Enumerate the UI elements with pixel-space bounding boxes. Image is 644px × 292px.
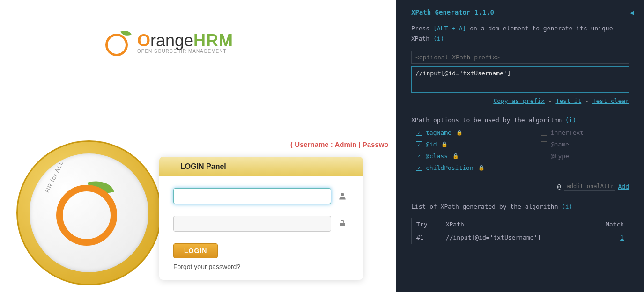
instruction-text: Press [ALT + A] on a dom element to gene… [396,21,644,51]
option-innerText[interactable]: innerText [541,129,584,136]
xpath-prefix-input[interactable] [411,51,629,64]
checkbox-icon[interactable] [416,153,422,159]
xpath-generator-panel: XPath Generator 1.1.0 ◀ Press [ALT + A] … [396,0,644,292]
login-panel-title: LOGIN Panel [159,157,363,176]
lock-icon[interactable]: 🔒 [441,141,448,147]
orange-icon [105,28,133,56]
col-xpath: XPath [441,218,589,231]
col-match: Match [589,218,629,231]
collapse-icon[interactable]: ◀ [630,9,634,16]
option-label: innerText [551,129,584,136]
checkbox-icon[interactable] [541,153,547,159]
list-title: List of XPath generated by the algorithm… [396,199,644,214]
user-icon [336,190,349,203]
login-panel: LOGIN Panel LOGIN Forgot your password? [159,157,363,280]
option-tagName[interactable]: tagName🔒 [416,129,485,136]
forgot-password-link[interactable]: Forgot your password? [173,263,349,270]
checkbox-icon[interactable] [541,130,547,136]
info-icon[interactable]: (i) [433,35,444,42]
option-label: tagName [426,129,452,136]
login-button[interactable]: LOGIN [173,243,218,258]
option-label: @type [551,153,569,160]
add-attr-link[interactable]: Add [618,183,629,190]
option-name[interactable]: @name [541,141,584,148]
password-input[interactable] [173,216,331,232]
xpath-main-input[interactable]: //input[@id='txtUsername'] [411,66,629,93]
checkbox-icon[interactable] [541,141,547,147]
orangehrm-page: OrangeHRM OPEN SOURCE HR MANAGEMENT ( Us… [0,0,396,292]
options-title: XPath options to be used by the algorith… [396,113,644,127]
xpath-results-table: TryXPathMatch #1//input[@id='txtUsername… [411,218,629,244]
brand-suffix: HRM [193,31,233,50]
panel-title: XPath Generator 1.1.0 [411,8,494,16]
checkbox-icon[interactable] [416,165,422,171]
lock-icon [336,217,349,230]
lock-icon[interactable]: 🔒 [478,165,485,171]
username-input[interactable] [173,188,331,204]
action-links: Copy as prefix - Test it - Test clear [396,95,644,113]
info-icon[interactable]: (i) [562,203,572,210]
brand-prefix: range [150,31,193,50]
checkbox-icon[interactable] [416,130,422,136]
hr-for-all-badge: HR for ALL [16,140,162,285]
test-it-link[interactable]: Test it [555,97,581,104]
test-clear-link[interactable]: Test clear [592,97,629,104]
option-label: childPosition [426,164,474,171]
svg-point-0 [341,193,344,196]
option-childPosition[interactable]: childPosition🔒 [416,164,485,171]
checkbox-icon[interactable] [416,141,422,147]
cell-match: 1 [589,231,629,244]
option-label: @id [426,141,437,148]
shortcut-key: [ALT + A] [433,25,466,32]
attr-prefix: @ [557,183,561,190]
option-type[interactable]: @type [541,153,584,160]
option-label: @name [551,141,569,148]
table-row: #1//input[@id='txtUsername']1 [412,231,629,244]
lock-icon[interactable]: 🔒 [456,130,463,136]
logo: OrangeHRM OPEN SOURCE HR MANAGEMENT [105,28,233,56]
option-id[interactable]: @id🔒 [416,141,485,148]
info-icon[interactable]: (i) [565,117,576,124]
option-class[interactable]: @class🔒 [416,153,485,160]
match-link[interactable]: 1 [620,234,624,241]
cell-xpath: //input[@id='txtUsername'] [441,231,589,244]
col-try: Try [412,218,441,231]
copy-as-prefix-link[interactable]: Copy as prefix [493,97,545,104]
svg-rect-1 [340,223,345,227]
additional-attr-input[interactable] [564,182,615,191]
logo-tagline: OPEN SOURCE HR MANAGEMENT [137,49,233,54]
credentials-hint: ( Username : Admin | Passwo [290,140,389,148]
option-label: @class [426,153,448,160]
options-group: tagName🔒@id🔒@class🔒childPosition🔒 innerT… [396,127,644,176]
lock-icon[interactable]: 🔒 [452,153,459,159]
logo-text: OrangeHRM OPEN SOURCE HR MANAGEMENT [137,31,233,54]
cell-try: #1 [412,231,441,244]
